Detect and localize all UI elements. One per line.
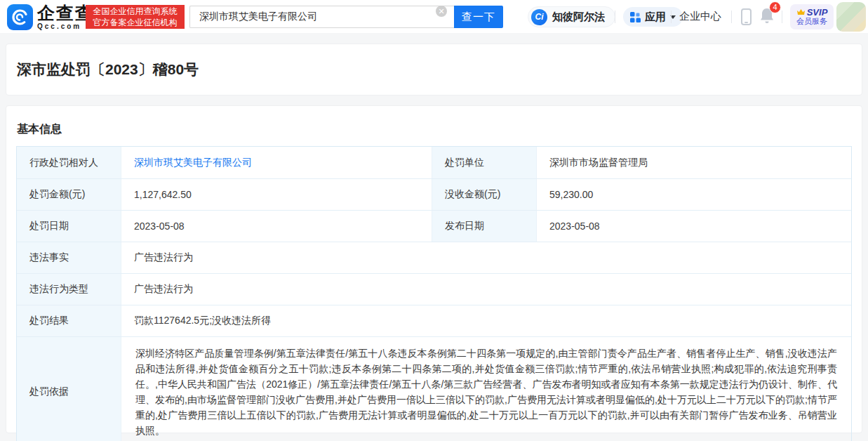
row-label: 没收金额(元) (432, 179, 536, 210)
company-link[interactable]: 深圳市琪艾美电子有限公司 (134, 157, 252, 169)
search-button[interactable]: 查一下 (454, 6, 503, 28)
divider (671, 11, 672, 23)
search-input[interactable] (189, 6, 454, 28)
apps-menu-button[interactable]: 应用 (623, 7, 683, 27)
row-label: 违法行为类型 (17, 274, 121, 305)
crown-icon (796, 8, 806, 16)
zhibi-ci-icon: Ci (531, 9, 547, 25)
penalty-basis-text: 深圳经济特区产品质量管理条例/第五章法律责任/第五十八条违反本条例第二十四条第一… (121, 337, 851, 441)
row-label: 处罚依据 (17, 337, 121, 441)
row-label: 处罚日期 (17, 211, 121, 242)
row-value: 深圳市琪艾美电子有限公司 (121, 147, 432, 178)
divider (731, 11, 732, 23)
row-label: 处罚单位 (432, 147, 536, 178)
row-value: 2023-05-08 (536, 211, 851, 242)
row-value: 1,127,642.50 (121, 179, 432, 210)
table-row: 违法事实 广告违法行为 (17, 242, 851, 273)
divider (782, 11, 782, 23)
penalty-info-table: 行政处罚相对人 深圳市琪艾美电子有限公司 处罚单位 深圳市市场监督管理局 处罚金… (16, 146, 852, 441)
enterprise-center-link[interactable]: 企业中心 (679, 10, 721, 23)
qcc-logo-icon (7, 4, 33, 30)
zhibi-label: 知彼阿尔法 (552, 11, 605, 24)
row-value: 2023-05-08 (121, 211, 432, 242)
svip-sub-label: 会员服务 (796, 17, 827, 26)
row-label: 违法事实 (17, 242, 121, 273)
svip-label: SVIP (807, 8, 828, 17)
top-header: 企查查 Qcc.com 全国企业信用查询系统 官方备案企业征信机构 查一下 ✕ … (0, 0, 868, 33)
row-label: 行政处罚相对人 (17, 147, 121, 178)
search-box: 查一下 (189, 6, 503, 28)
badge-line2: 官方备案企业征信机构 (93, 17, 178, 28)
row-label: 处罚金额(元) (17, 179, 121, 210)
apps-grid-icon (630, 12, 641, 22)
clear-search-icon[interactable]: ✕ (436, 6, 447, 17)
basic-info-card: 基本信息 行政处罚相对人 深圳市琪艾美电子有限公司 处罚单位 深圳市市场监督管理… (6, 105, 862, 433)
section-title: 基本信息 (17, 122, 862, 137)
table-row: 处罚依据 深圳经济特区产品质量管理条例/第五章法律责任/第五十八条违反本条例第二… (17, 336, 851, 441)
table-row: 行政处罚相对人 深圳市琪艾美电子有限公司 处罚单位 深圳市市场监督管理局 (17, 147, 851, 178)
row-label: 发布日期 (432, 211, 536, 242)
table-row: 处罚日期 2023-05-08 发布日期 2023-05-08 (17, 210, 851, 242)
divider (615, 11, 615, 23)
row-value: 59,230.00 (536, 179, 851, 210)
zhibi-alpha-button[interactable]: Ci 知彼阿尔法 (528, 6, 615, 27)
brand-domain: Qcc.com (37, 22, 81, 30)
document-title-card: 深市监处罚〔2023〕稽80号 (6, 44, 862, 96)
apps-label: 应用 (645, 11, 666, 24)
row-value: 深圳市市场监督管理局 (536, 147, 851, 178)
qcc-logo[interactable]: 企查查 Qcc.com (7, 4, 94, 30)
table-row: 违法行为类型 广告违法行为 (17, 273, 851, 305)
notification-count-badge[interactable]: 4 (769, 1, 781, 13)
mobile-app-icon[interactable] (741, 8, 752, 25)
official-certification-badge: 全国企业信用查询系统 官方备案企业征信机构 (86, 5, 185, 29)
badge-line1: 全国企业信用查询系统 (93, 6, 178, 17)
row-value: 罚款1127642.5元;没收违法所得 (121, 305, 851, 336)
table-row: 处罚金额(元) 1,127,642.50 没收金额(元) 59,230.00 (17, 178, 851, 210)
user-avatar[interactable] (836, 2, 866, 32)
row-value: 广告违法行为 (121, 242, 851, 273)
row-label: 处罚结果 (17, 305, 121, 336)
table-row: 处罚结果 罚款1127642.5元;没收违法所得 (17, 305, 851, 336)
row-value: 广告违法行为 (121, 274, 851, 305)
page-title: 深市监处罚〔2023〕稽80号 (17, 60, 199, 79)
svip-membership-button[interactable]: SVIP 会员服务 (790, 4, 834, 29)
